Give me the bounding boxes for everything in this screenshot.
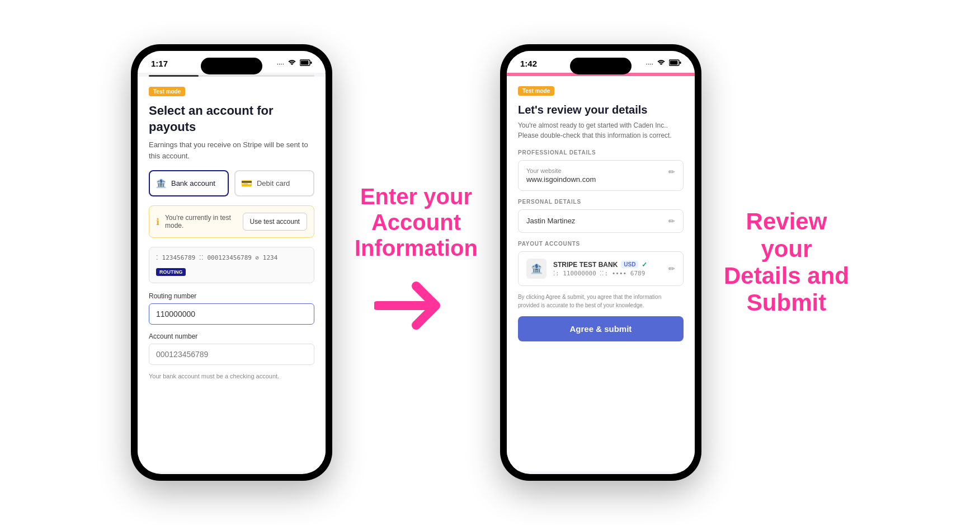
dynamic-island-2 — [570, 58, 632, 74]
screen1-inner: Test mode Select an account for payouts … — [138, 77, 326, 388]
svg-rect-2 — [310, 62, 312, 64]
use-test-account-button[interactable]: Use test account — [243, 213, 307, 231]
bank-account-label: Bank account — [171, 179, 215, 187]
screen1-title: Select an account for payouts — [149, 103, 314, 135]
bank-account-button[interactable]: 🏦 Bank account — [149, 170, 229, 196]
bank-logo: 🏦 — [526, 259, 546, 279]
name-detail-row: Jastin Martinez ✏ — [518, 209, 684, 233]
status-icons-1: ···· — [277, 59, 312, 68]
professional-section-label: PROFESSIONAL DETAILS — [518, 149, 684, 156]
account-form-group: Account number — [149, 332, 314, 365]
website-content: Your website www.isgoindown.com — [526, 167, 668, 184]
routing-badge: ROUTING — [156, 268, 186, 276]
arrow-graphic — [374, 272, 458, 341]
account-input[interactable] — [149, 344, 314, 365]
cheque-numbers: ⁚ 123456789 ⁚⁚ 000123456789 ⊘ 1234 — [156, 254, 307, 261]
test-mode-badge-1: Test mode — [149, 87, 185, 96]
notice-text: You're currently in test mode. — [165, 214, 237, 229]
name-edit-icon[interactable]: ✏ — [668, 217, 675, 226]
enter-text-line3: Information — [355, 236, 478, 260]
payout-bank-name: STRIPE TEST BANK USD ✓ — [553, 261, 662, 269]
form-hint: Your bank account must be a checking acc… — [149, 373, 314, 379]
payout-section-label: PAYOUT ACCOUNTS — [518, 241, 684, 247]
status-icons-2: ···· — [646, 59, 681, 68]
right-line2: your — [761, 236, 812, 262]
routing-form-group: Routing number — [149, 292, 314, 325]
battery-icon-1 — [300, 59, 312, 68]
wifi-icon-1 — [288, 59, 296, 68]
website-detail-row: Your website www.isgoindown.com ✏ — [518, 160, 684, 191]
website-value: www.isgoindown.com — [526, 175, 668, 184]
verified-icon: ✓ — [642, 261, 647, 269]
agree-submit-button[interactable]: Agree & submit — [518, 316, 684, 341]
time-2: 1:42 — [520, 59, 537, 68]
phone-1-inner: 1:17 ···· Test mo — [138, 51, 326, 474]
payout-info: STRIPE TEST BANK USD ✓ ⁚: 110000000 ⁚⁚: … — [553, 261, 662, 277]
svg-rect-1 — [300, 61, 308, 65]
right-text-block: Review your Details and Submit — [724, 208, 849, 316]
battery-icon-2 — [669, 59, 681, 68]
debit-card-button[interactable]: 💳 Debit card — [234, 170, 314, 196]
enter-text-line2: Account — [371, 210, 461, 235]
bank-icon: 🏦 — [156, 178, 167, 189]
wifi-icon-2 — [657, 59, 666, 68]
time-1: 1:17 — [151, 59, 168, 68]
phone-2: 1:42 ···· Test mode Let's review your de… — [500, 44, 701, 481]
review-subtitle: You're almost ready to get started with … — [518, 120, 684, 140]
payout-row: 🏦 STRIPE TEST BANK USD ✓ ⁚: 110000000 ⁚⁚… — [518, 251, 684, 286]
signal-dots-1: ···· — [277, 60, 284, 68]
enter-info-text: Enter your Account Information — [355, 184, 478, 261]
screen1-content: Test mode Select an account for payouts … — [138, 77, 326, 472]
test-mode-badge-2: Test mode — [518, 86, 554, 96]
phone-2-inner: 1:42 ···· Test mode Let's review your de… — [507, 51, 695, 474]
right-line1: Review — [746, 208, 827, 235]
middle-section: Enter your Account Information — [355, 184, 478, 341]
account-type-buttons: 🏦 Bank account 💳 Debit card — [149, 170, 314, 196]
website-label: Your website — [526, 167, 668, 174]
screen2-content: Test mode Let's review your details You'… — [507, 76, 695, 471]
screen2-inner: Test mode Let's review your details You'… — [507, 76, 695, 468]
name-content: Jastin Martinez — [526, 217, 668, 225]
routing-label: Routing number — [149, 292, 314, 300]
main-layout: 1:17 ···· Test mo — [0, 0, 980, 525]
cheque-visual: ⁚ 123456789 ⁚⁚ 000123456789 ⊘ 1234 ROUTI… — [149, 247, 314, 283]
svg-rect-5 — [680, 62, 681, 64]
website-edit-icon[interactable]: ✏ — [668, 167, 675, 176]
bank-name-text: STRIPE TEST BANK — [553, 261, 618, 269]
dynamic-island-1 — [201, 58, 262, 74]
agree-disclaimer: By clicking Agree & submit, you agree th… — [518, 293, 684, 310]
phone-1: 1:17 ···· Test mo — [131, 44, 332, 481]
routing-input[interactable] — [149, 303, 314, 325]
review-title: Let's review your details — [518, 102, 684, 117]
payout-account-numbers: ⁚: 110000000 ⁚⁚: •••• 6789 — [553, 270, 662, 277]
signal-dots-2: ···· — [646, 60, 653, 68]
account-label: Account number — [149, 332, 314, 340]
screen1-subtitle: Earnings that you receive on Stripe will… — [149, 139, 314, 161]
personal-section-label: PERSONAL DETAILS — [518, 199, 684, 205]
right-line3: Details and — [724, 262, 849, 289]
usd-badge: USD — [621, 261, 638, 268]
enter-text-line1: Enter your — [360, 184, 472, 209]
debit-card-label: Debit card — [257, 179, 290, 187]
debit-icon: 💳 — [241, 178, 252, 189]
svg-rect-4 — [670, 61, 677, 65]
payout-edit-icon[interactable]: ✏ — [668, 264, 675, 273]
test-mode-notice: ℹ You're currently in test mode. Use tes… — [149, 205, 314, 238]
name-value: Jastin Martinez — [526, 217, 668, 225]
right-line4: Submit — [747, 289, 826, 316]
notice-icon: ℹ — [156, 217, 159, 227]
